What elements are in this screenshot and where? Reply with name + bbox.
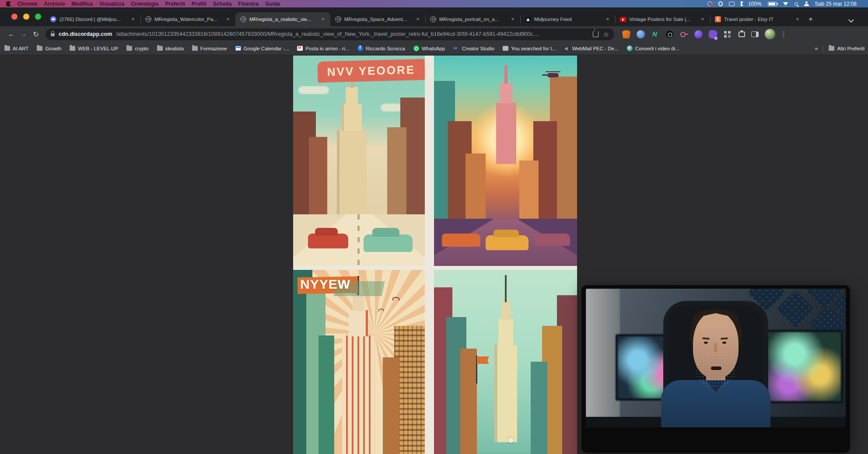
- dark-camera-extension-icon[interactable]: [665, 30, 674, 38]
- bluetooth-icon[interactable]: [741, 1, 742, 6]
- tab-discord[interactable]: (2765) Discord | @Midjou...: [46, 12, 140, 26]
- bookmark-gmail-inbox[interactable]: Posta in arrivo - ri...: [297, 46, 349, 51]
- close-tab-icon[interactable]: [319, 16, 326, 23]
- bookmark-star-icon[interactable]: [603, 31, 609, 38]
- monitor-right: [764, 330, 843, 403]
- back-button[interactable]: ←: [5, 28, 18, 40]
- display-mirror-icon[interactable]: [729, 2, 735, 6]
- cloud: [298, 86, 329, 94]
- chrome-tab-strip: (2765) Discord | @Midjou... MRregista_Wa…: [0, 7, 868, 26]
- bookmark-folder-web-level-up[interactable]: WEB - LEVEL-UP: [70, 46, 118, 51]
- close-tab-icon[interactable]: [509, 16, 516, 23]
- bookmark-label: Google Calendar -...: [244, 46, 289, 51]
- forward-button[interactable]: →: [18, 28, 30, 40]
- spotlight-search-icon[interactable]: [794, 2, 798, 6]
- bookmark-video-converter[interactable]: Converti i video di...: [627, 45, 679, 51]
- bookmark-webmail-pec[interactable]: WebMail PEC - De...: [564, 46, 619, 51]
- apple-logo-icon[interactable]: [6, 1, 11, 7]
- folder-icon: [37, 46, 42, 51]
- bookmarks-overflow-chevron[interactable]: »: [815, 45, 818, 52]
- close-tab-icon[interactable]: [130, 16, 136, 23]
- minimize-window-button[interactable]: [23, 14, 29, 20]
- bookmark-folder-crypto[interactable]: crypto: [126, 46, 148, 51]
- profile-avatar[interactable]: [765, 29, 775, 39]
- building: [531, 362, 547, 454]
- tab-etsy[interactable]: Travel poster - Etsy IT: [710, 12, 805, 26]
- secure-lock-icon[interactable]: [51, 33, 55, 36]
- menu-modifica[interactable]: Modifica: [71, 1, 93, 7]
- discord-favicon-icon: [50, 16, 56, 22]
- tab-realistic-view-active[interactable]: MRregista_a_realistic_vie...: [235, 12, 330, 26]
- green-n-extension-icon[interactable]: [651, 30, 659, 38]
- close-window-button[interactable]: [11, 14, 18, 20]
- empire-state-building: [496, 103, 516, 164]
- bookmark-folder-formazione[interactable]: Formazione: [192, 46, 227, 51]
- close-tab-icon[interactable]: [794, 16, 801, 23]
- menu-finestra[interactable]: Finestra: [238, 1, 259, 7]
- tab-search-chevron-icon[interactable]: [849, 17, 853, 22]
- address-bar[interactable]: cdn.discordapp.com /attachments/10135123…: [46, 28, 614, 40]
- close-tab-icon[interactable]: [414, 16, 421, 23]
- user-switch-icon[interactable]: [804, 1, 809, 6]
- bookmark-folder-ai-art[interactable]: AI ART: [4, 46, 28, 51]
- blue-extension-icon[interactable]: [637, 30, 645, 38]
- menu-chrome[interactable]: Chrome: [18, 1, 37, 7]
- curtain: [586, 289, 620, 427]
- close-tab-icon[interactable]: [224, 16, 231, 23]
- midjourney-image-grid[interactable]: NVV YEOORE: [293, 56, 577, 454]
- menu-guida[interactable]: Guida: [265, 1, 280, 7]
- close-tab-icon[interactable]: [604, 16, 611, 23]
- menu-preferiti[interactable]: Preferiti: [165, 1, 185, 7]
- share-icon[interactable]: [593, 31, 598, 37]
- close-tab-icon[interactable]: [699, 16, 706, 23]
- generic-page-icon: [503, 46, 508, 51]
- reload-button[interactable]: ↻: [30, 28, 42, 40]
- shield-icon[interactable]: [718, 1, 723, 6]
- purple-blob-extension-icon[interactable]: [708, 29, 718, 38]
- zoom-window-button[interactable]: [35, 14, 41, 20]
- bookmark-google-calendar[interactable]: Google Calendar -...: [235, 46, 289, 51]
- bookmarks-bar: AI ART Growth WEB - LEVEL-UP crypto idea…: [0, 42, 868, 55]
- empire-state-building-tier: [500, 83, 512, 104]
- chrome-menu-kebab-icon[interactable]: [780, 30, 787, 38]
- bookmark-creator-studio[interactable]: Creator Studio: [453, 45, 494, 51]
- other-bookmarks-folder[interactable]: Altri Preferiti: [829, 46, 864, 51]
- metamask-extension-icon[interactable]: [622, 30, 630, 38]
- poster-title-banner: NVV YEOORE: [317, 59, 425, 83]
- whatsapp-icon: [413, 45, 419, 51]
- bookmark-whatsapp[interactable]: WhatsApp: [413, 45, 445, 51]
- wifi-icon[interactable]: [783, 2, 788, 6]
- poster-title: NYYEW: [300, 277, 350, 292]
- menubar-clock[interactable]: Sab 25 mar 12:08: [815, 1, 857, 7]
- side-panel-icon[interactable]: [751, 31, 759, 37]
- webcam-overlay: [581, 285, 850, 453]
- tab-portrait[interactable]: MRregista_portrait_on_a...: [425, 12, 520, 26]
- tab-midjourney-feed[interactable]: Midjourney Feed: [520, 12, 615, 26]
- menu-scheda[interactable]: Scheda: [213, 1, 232, 7]
- bookmark-facebook-profile[interactable]: Riccardo Scrocca: [357, 45, 405, 51]
- pink-key-extension-icon[interactable]: [680, 30, 688, 38]
- bookmark-folder-growth[interactable]: Growth: [37, 46, 61, 51]
- tab-watercolor[interactable]: MRregista_Watercolor_Pa...: [140, 12, 235, 26]
- bookmarks-right-cluster: » Altri Preferiti: [815, 45, 864, 52]
- empire-state-building: [494, 345, 517, 442]
- bookmark-you-searched[interactable]: You searched for I...: [503, 46, 556, 51]
- bookmark-folder-idealista[interactable]: idealista: [157, 46, 184, 51]
- menu-profili[interactable]: Profili: [192, 1, 206, 7]
- battery-icon[interactable]: [768, 2, 777, 6]
- new-tab-button[interactable]: +: [805, 14, 816, 25]
- screen-record-icon[interactable]: [707, 1, 712, 6]
- gray-grid-extension-icon[interactable]: [723, 30, 732, 38]
- purple-extension-icon[interactable]: [694, 30, 703, 38]
- menu-cronologia[interactable]: Cronologia: [131, 1, 158, 7]
- tabs-container: (2765) Discord | @Midjou... MRregista_Wa…: [46, 12, 805, 26]
- tab-space-adventure[interactable]: MRregista_Space_Advent...: [330, 12, 425, 26]
- folder-icon: [4, 46, 10, 51]
- macos-menu-bar: Chrome Archivio Modifica Visualizza Cron…: [0, 0, 868, 7]
- extensions-puzzle-icon[interactable]: [738, 31, 745, 37]
- orange-flag: [477, 356, 489, 364]
- tab-vintage-posters[interactable]: Vintage Posters for Sale |...: [615, 12, 710, 26]
- poster-bottom-left-sunburst-new-york: NYYEW: [293, 270, 425, 454]
- menu-visualizza[interactable]: Visualizza: [99, 1, 124, 7]
- menu-archivio[interactable]: Archivio: [44, 1, 65, 7]
